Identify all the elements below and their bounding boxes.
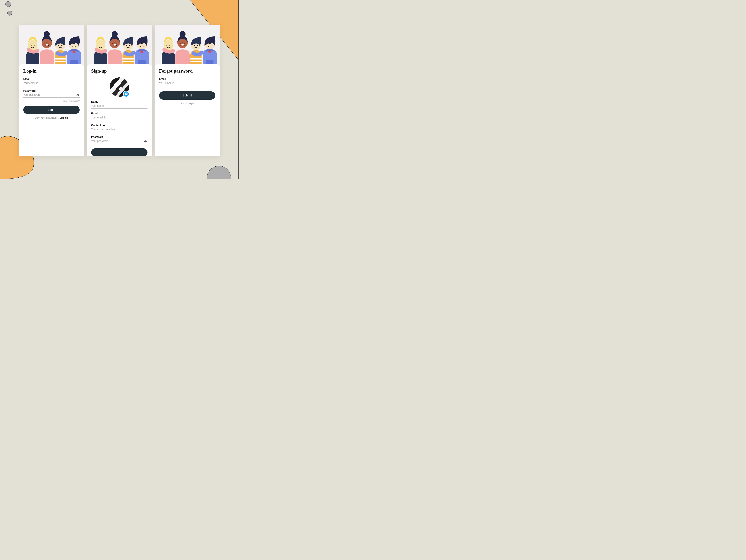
signup-title: Sign-up (91, 68, 147, 74)
screen-signup: Sign-up Name Email Contact no. (87, 25, 152, 156)
avatar-picker (110, 77, 129, 97)
hero-illustration (19, 25, 84, 68)
svg-rect-30 (122, 61, 134, 62)
back-to-login-link[interactable]: Back to login (159, 102, 216, 105)
svg-rect-47 (190, 58, 202, 59)
svg-point-45 (194, 45, 195, 46)
hero-illustration (154, 25, 220, 68)
svg-rect-43 (181, 44, 184, 46)
forgot-email-input[interactable] (159, 81, 216, 86)
login-button[interactable]: Login (23, 106, 80, 114)
bg-dot-1 (5, 1, 11, 7)
signup-password-field: Password (91, 135, 147, 144)
signup-prompt-text: Don't have an account ? (35, 117, 59, 119)
svg-rect-25 (114, 44, 116, 46)
forgot-email-label: Email (159, 77, 216, 80)
svg-point-38 (167, 45, 167, 46)
signup-sheet: Sign-up Name Email Contact no. (87, 64, 152, 156)
login-sheet: Log-in Email Password Forget password? L… (19, 64, 84, 156)
signup-email-field: Email (91, 112, 147, 120)
submit-button[interactable]: Submit (159, 91, 216, 100)
svg-point-20 (98, 45, 99, 46)
signup-button[interactable] (91, 148, 147, 156)
forgot-sheet: Forgot password Email Submit Back to log… (154, 64, 220, 156)
signup-email-label: Email (91, 112, 147, 115)
svg-rect-48 (190, 61, 202, 62)
svg-point-46 (197, 45, 198, 46)
login-password-field: Password (23, 89, 80, 97)
login-email-field: Email (23, 77, 80, 86)
svg-rect-11 (55, 58, 66, 59)
signup-name-field: Name (91, 100, 147, 109)
svg-point-2 (31, 45, 31, 46)
login-password-input[interactable] (23, 93, 76, 97)
svg-point-21 (102, 45, 103, 46)
signup-contact-field: Contact no. (91, 124, 147, 132)
forgot-password-link[interactable]: Forget password? (23, 100, 80, 103)
signup-link[interactable]: Sign-up (60, 117, 68, 119)
svg-rect-7 (46, 44, 48, 46)
camera-icon (125, 92, 128, 96)
login-password-label: Password (23, 89, 80, 92)
svg-point-35 (145, 141, 146, 142)
signup-prompt: Don't have an account ? Sign-up (23, 117, 80, 119)
eye-icon[interactable] (76, 93, 80, 97)
signup-name-label: Name (91, 100, 147, 103)
svg-point-10 (61, 45, 62, 46)
signup-contact-input[interactable] (91, 128, 147, 132)
signup-contact-label: Contact no. (91, 124, 147, 127)
svg-point-39 (170, 45, 170, 46)
svg-point-9 (58, 45, 59, 46)
signup-password-input[interactable] (91, 139, 144, 144)
bg-dot-bottom-right (207, 166, 231, 179)
svg-point-28 (129, 45, 130, 46)
bg-dot-2 (7, 11, 12, 16)
login-title: Log-in (23, 68, 80, 74)
login-email-input[interactable] (23, 81, 80, 86)
svg-rect-29 (122, 58, 134, 59)
forgot-title: Forgot password (159, 68, 216, 74)
camera-button[interactable] (123, 91, 130, 97)
signup-email-input[interactable] (91, 116, 147, 120)
svg-point-27 (126, 45, 127, 46)
screens-row: Log-in Email Password Forget password? L… (19, 25, 220, 156)
svg-point-3 (34, 45, 34, 46)
svg-rect-12 (55, 61, 66, 62)
signup-name-input[interactable] (91, 104, 147, 109)
login-email-label: Email (23, 77, 80, 80)
forgot-email-field: Email (159, 77, 216, 86)
signup-password-label: Password (91, 135, 147, 138)
hero-illustration (87, 25, 152, 68)
svg-point-17 (78, 95, 78, 95)
screen-forgot: Forgot password Email Submit Back to log… (154, 25, 220, 156)
screen-login: Log-in Email Password Forget password? L… (19, 25, 84, 156)
eye-icon[interactable] (144, 140, 147, 143)
